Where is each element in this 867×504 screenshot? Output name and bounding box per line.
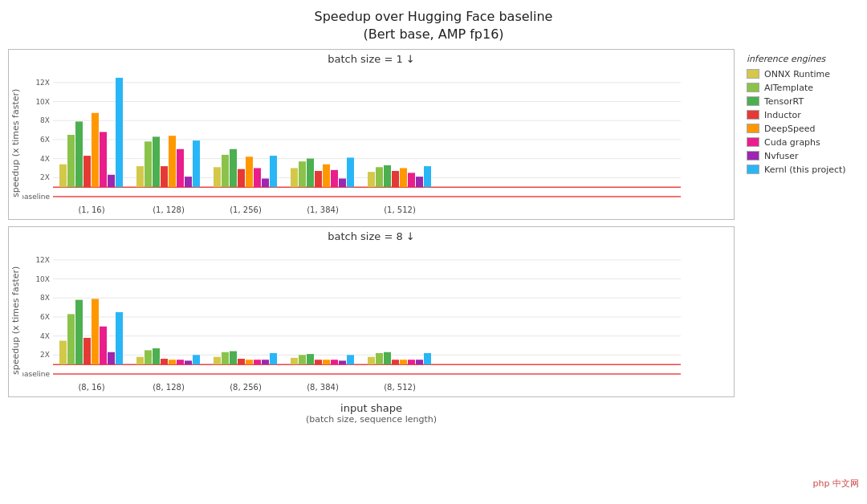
bar bbox=[339, 178, 346, 187]
bar bbox=[246, 360, 253, 364]
x-tick-label: (1, 256) bbox=[230, 205, 262, 214]
plot-svg: baseline2X4X6X8X10X12X(1, 16)(1, 128)(1,… bbox=[22, 67, 689, 219]
legend-item: Cuda graphs bbox=[747, 137, 846, 148]
bar bbox=[230, 351, 237, 364]
y-axis-label: speedup (x times faster) bbox=[9, 244, 22, 396]
bar bbox=[299, 355, 306, 364]
legend-color bbox=[747, 83, 759, 92]
x-tick-label: (8, 128) bbox=[153, 383, 185, 392]
chart-title: Speedup over Hugging Face baseline (Bert… bbox=[315, 8, 553, 44]
main-container: Speedup over Hugging Face baseline (Bert… bbox=[0, 0, 867, 504]
bar bbox=[100, 327, 107, 364]
y-tick-label: 4X bbox=[40, 154, 50, 162]
x-tick-label: (1, 512) bbox=[384, 205, 416, 214]
legend-panel: inference engines ONNX RuntimeAITemplate… bbox=[743, 46, 867, 182]
charts-and-legend: batch size = 1 ↓speedup (x times faster)… bbox=[0, 46, 867, 504]
bar bbox=[315, 360, 322, 364]
bar bbox=[254, 360, 261, 364]
charts-area: batch size = 1 ↓speedup (x times faster)… bbox=[0, 46, 743, 428]
chart-inner: speedup (x times faster)baseline2X4X6X8X… bbox=[9, 244, 734, 396]
legend-item: Inductor bbox=[747, 110, 846, 120]
bar bbox=[347, 157, 354, 187]
bar bbox=[416, 360, 423, 364]
bar bbox=[144, 350, 152, 364]
bar bbox=[108, 175, 115, 187]
bar bbox=[169, 136, 176, 187]
y-tick-label: baseline bbox=[22, 193, 50, 201]
bar bbox=[83, 338, 91, 364]
bar bbox=[400, 360, 407, 364]
legend-color bbox=[747, 69, 759, 79]
legend-label: Nvfuser bbox=[764, 151, 799, 161]
bar bbox=[100, 132, 107, 187]
bar bbox=[116, 312, 123, 364]
x-tick-label: (1, 128) bbox=[153, 205, 185, 214]
bar bbox=[416, 177, 423, 187]
bar bbox=[246, 156, 253, 187]
bar bbox=[323, 165, 330, 187]
x-tick-label: (8, 16) bbox=[78, 383, 104, 392]
y-tick-label: baseline bbox=[22, 370, 50, 378]
y-tick-label: 4X bbox=[40, 331, 50, 339]
chart-batch1: batch size = 1 ↓speedup (x times faster)… bbox=[8, 49, 735, 220]
x-axis-sublabel: (batch size, sequence length) bbox=[8, 414, 735, 428]
bar bbox=[193, 140, 200, 187]
y-tick-label: 8X bbox=[40, 116, 50, 124]
legend-item: TensorRT bbox=[747, 96, 846, 107]
bar bbox=[262, 178, 269, 187]
watermark: php 中文网 bbox=[813, 478, 859, 490]
bar bbox=[67, 135, 75, 187]
bar bbox=[376, 353, 383, 364]
bar bbox=[270, 156, 277, 187]
bar bbox=[262, 360, 269, 364]
bar bbox=[392, 360, 399, 364]
batch-title: batch size = 8 ↓ bbox=[9, 227, 734, 244]
x-axis-label: input shape bbox=[8, 400, 735, 414]
bar bbox=[424, 353, 431, 364]
y-tick-label: 6X bbox=[40, 313, 50, 321]
bar bbox=[254, 168, 261, 187]
y-tick-label: 12X bbox=[35, 79, 50, 87]
bar bbox=[222, 352, 229, 364]
bar bbox=[144, 141, 152, 187]
bar bbox=[299, 161, 306, 187]
x-tick-label: (1, 16) bbox=[78, 205, 104, 214]
legend-label: Cuda graphs bbox=[764, 137, 820, 148]
bar bbox=[193, 355, 200, 364]
bar bbox=[291, 168, 298, 187]
y-axis-label: speedup (x times faster) bbox=[9, 67, 22, 219]
bar bbox=[307, 158, 314, 187]
legend-label: Kernl (this project) bbox=[764, 165, 846, 175]
bar bbox=[161, 359, 168, 364]
bar bbox=[169, 360, 176, 364]
title-line1: Speedup over Hugging Face baseline bbox=[315, 8, 553, 26]
bar bbox=[323, 360, 330, 364]
bar bbox=[408, 360, 415, 364]
legend-label: Inductor bbox=[764, 110, 801, 120]
bar bbox=[291, 358, 298, 364]
legend-color bbox=[747, 165, 759, 174]
bar bbox=[400, 168, 407, 187]
bar bbox=[238, 359, 245, 364]
legend-item: Kernl (this project) bbox=[747, 165, 846, 175]
y-tick-label: 2X bbox=[40, 351, 50, 359]
bar bbox=[376, 167, 383, 187]
bar bbox=[214, 167, 221, 187]
legend-color bbox=[747, 124, 759, 133]
bar bbox=[408, 173, 415, 187]
bar bbox=[75, 121, 83, 187]
bar bbox=[347, 355, 354, 364]
chart-inner: speedup (x times faster)baseline2X4X6X8X… bbox=[9, 67, 734, 219]
legend-item: Nvfuser bbox=[747, 151, 846, 161]
bar bbox=[67, 314, 75, 364]
bar bbox=[270, 353, 277, 364]
x-tick-label: (8, 384) bbox=[307, 383, 339, 392]
bar bbox=[368, 356, 375, 364]
bar bbox=[238, 169, 245, 187]
batch-title: batch size = 1 ↓ bbox=[9, 50, 734, 67]
bar bbox=[185, 177, 192, 187]
legend-color bbox=[747, 110, 759, 120]
bar bbox=[153, 136, 160, 187]
legend-color bbox=[747, 96, 759, 106]
x-tick-label: (8, 512) bbox=[384, 383, 416, 392]
